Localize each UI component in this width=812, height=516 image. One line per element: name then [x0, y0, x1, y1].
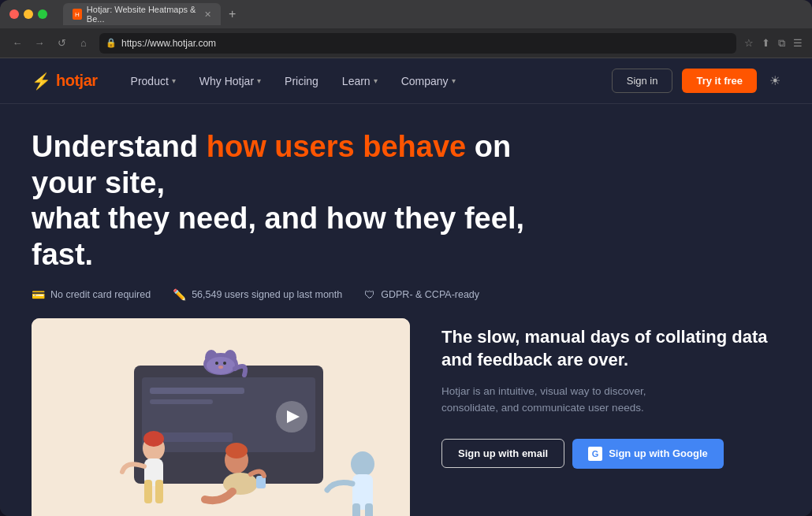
- forward-button[interactable]: →: [32, 37, 47, 49]
- share-icon[interactable]: ⬆: [762, 37, 770, 49]
- refresh-button[interactable]: ↺: [54, 37, 69, 49]
- right-title: The slow, manual days of collating data …: [441, 326, 780, 371]
- svg-point-14: [218, 366, 223, 369]
- svg-rect-26: [352, 503, 360, 516]
- browser-tab[interactable]: H Hotjar: Website Heatmaps & Be... ✕: [63, 3, 221, 25]
- nav-company[interactable]: Company ▾: [390, 70, 467, 92]
- svg-rect-3: [150, 388, 244, 394]
- browser-window: H Hotjar: Website Heatmaps & Be... ✕ + ←…: [0, 0, 812, 516]
- svg-point-12: [215, 362, 218, 365]
- credit-card-icon: 💳: [32, 288, 45, 301]
- right-content: The slow, manual days of collating data …: [441, 318, 780, 468]
- url-bar[interactable]: 🔒 https://www.hotjar.com: [99, 33, 736, 54]
- back-button[interactable]: ←: [9, 37, 25, 49]
- chevron-down-icon: ▾: [374, 76, 378, 85]
- svg-rect-19: [155, 480, 163, 503]
- try-free-button[interactable]: Try it free: [682, 69, 757, 93]
- traffic-lights: [9, 9, 47, 19]
- google-icon: G: [588, 447, 602, 461]
- signup-google-label: Sign up with Google: [609, 447, 708, 459]
- pencil-icon: ✏️: [173, 288, 186, 301]
- svg-rect-4: [150, 399, 213, 404]
- svg-point-21: [225, 443, 248, 458]
- logo-icon: ⚡: [32, 72, 51, 91]
- chevron-down-icon: ▾: [172, 76, 176, 85]
- video-card[interactable]: [32, 318, 410, 516]
- hero-section: Understand how users behave on your site…: [0, 104, 812, 516]
- tabs-area: H Hotjar: Website Heatmaps & Be... ✕ +: [63, 3, 803, 25]
- signup-buttons: Sign up with email G Sign up with Google: [441, 439, 780, 469]
- minimize-button[interactable]: [24, 9, 33, 19]
- nav-why-hotjar[interactable]: Why Hotjar ▾: [188, 70, 272, 92]
- signup-email-button[interactable]: Sign up with email: [441, 439, 564, 468]
- address-bar: ← → ↺ ⌂ 🔒 https://www.hotjar.com ☆ ⬆ ⧉ ☰: [0, 28, 812, 58]
- hero-title-start: Understand: [32, 130, 207, 163]
- badge-gdpr-text: GDPR- & CCPA-ready: [381, 289, 479, 300]
- signin-button[interactable]: Sign in: [612, 69, 673, 93]
- badge-no-credit-card: 💳 No credit card required: [32, 288, 151, 301]
- maximize-button[interactable]: [38, 9, 47, 19]
- site-navigation: ⚡ hotjar Product ▾ Why Hotjar ▾ Pricing …: [0, 58, 812, 104]
- logo-text: hotjar: [56, 72, 98, 90]
- chevron-down-icon: ▾: [257, 76, 261, 85]
- nav-pricing[interactable]: Pricing: [274, 70, 330, 92]
- lock-icon: 🔒: [106, 38, 117, 48]
- right-description: Hotjar is an intuitive, visual way to di…: [441, 383, 662, 417]
- nav-actions: Sign in Try it free ☀: [612, 69, 780, 93]
- svg-rect-5: [154, 432, 233, 442]
- new-tab-button[interactable]: +: [224, 7, 240, 21]
- signup-google-button[interactable]: G Sign up with Google: [572, 439, 724, 469]
- badge-signups-text: 56,549 users signed up last month: [192, 289, 342, 300]
- badge-gdpr: 🛡 GDPR- & CCPA-ready: [364, 288, 479, 301]
- tabs-icon[interactable]: ⧉: [778, 37, 785, 50]
- hero-title-highlight: how users behave: [207, 130, 466, 163]
- svg-point-13: [223, 362, 226, 365]
- hero-title: Understand how users behave on your site…: [32, 129, 536, 273]
- close-button[interactable]: [9, 9, 19, 19]
- main-content: The slow, manual days of collating data …: [32, 318, 780, 516]
- tab-favicon: H: [73, 9, 82, 20]
- title-bar: H Hotjar: Website Heatmaps & Be... ✕ +: [0, 0, 812, 28]
- tab-title: Hotjar: Website Heatmaps & Be...: [87, 5, 196, 24]
- svg-point-16: [143, 431, 164, 447]
- url-text: https://www.hotjar.com: [121, 38, 216, 49]
- browser-nav-buttons: ← → ↺ ⌂: [9, 37, 91, 49]
- svg-rect-18: [144, 480, 152, 503]
- nav-links: Product ▾ Why Hotjar ▾ Pricing Learn ▾ C…: [120, 70, 612, 92]
- home-button[interactable]: ⌂: [76, 37, 91, 49]
- nav-learn[interactable]: Learn ▾: [331, 70, 389, 92]
- page-content: ⚡ hotjar Product ▾ Why Hotjar ▾ Pricing …: [0, 58, 812, 516]
- svg-point-24: [351, 451, 374, 477]
- nav-product[interactable]: Product ▾: [120, 70, 187, 92]
- badge-signups: ✏️ 56,549 users signed up last month: [173, 288, 342, 301]
- address-bar-actions: ☆ ⬆ ⧉ ☰: [744, 37, 803, 50]
- chevron-down-icon: ▾: [452, 76, 456, 85]
- bookmark-icon[interactable]: ☆: [744, 37, 754, 49]
- hero-badges: 💳 No credit card required ✏️ 56,549 user…: [32, 288, 780, 301]
- logo[interactable]: ⚡ hotjar: [32, 72, 98, 91]
- tab-close-icon[interactable]: ✕: [204, 9, 211, 20]
- menu-icon[interactable]: ☰: [793, 37, 803, 49]
- theme-toggle-icon[interactable]: ☀: [769, 73, 780, 88]
- badge-no-credit-card-text: No credit card required: [50, 289, 151, 300]
- svg-rect-27: [365, 503, 373, 516]
- shield-icon: 🛡: [364, 288, 375, 301]
